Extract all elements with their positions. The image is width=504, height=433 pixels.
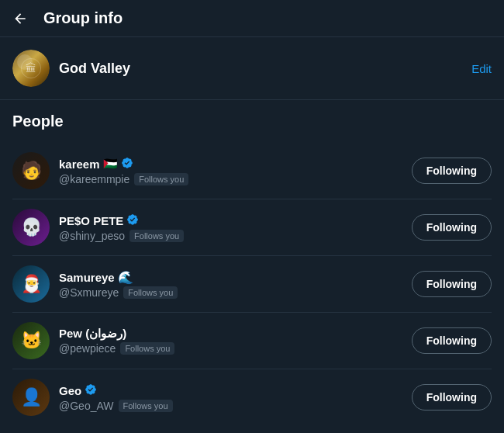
person-info: Samureye 🌊 @Sxmureye Follows you [59,270,402,299]
group-avatar: 🏛 [12,50,50,87]
person-avatar: 💀 [12,209,50,246]
person-handle: @kareemmpie [59,173,129,185]
person-handle: @pewpiece [59,342,116,355]
person-avatar: 🎅 [12,265,50,303]
person-handle-row: @Geo_AW Follows you [59,400,402,412]
person-handle-row: @pewpiece Follows you [59,342,402,355]
follows-you-badge: Follows you [123,286,178,299]
person-handle: @Geo_AW [59,400,114,412]
follows-you-badge: Follows you [120,342,174,355]
people-section: People [0,100,504,143]
person-name: PE$O PETE [59,214,123,227]
flag-emoji: 🇵🇸 [103,157,118,171]
name-emoji: 🌊 [118,270,133,285]
person-info: PE$O PETE @shiny_peso Follows you [59,213,402,242]
person-avatar: 🐱 [12,322,50,359]
follows-you-badge: Follows you [134,173,188,185]
following-button[interactable]: Following [412,158,492,184]
person-name: Pew (رضوان) [59,327,126,341]
verified-icon [121,157,133,171]
person-name-row: Geo [59,383,402,398]
person-name: Samureye [59,271,115,284]
following-button[interactable]: Following [412,214,492,241]
person-handle-row: @kareemmpie Follows you [59,173,402,185]
person-handle: @shiny_peso [59,230,125,242]
people-label: People [12,113,492,130]
person-info: Pew (رضوان) @pewpiece Follows you [59,327,402,355]
following-button[interactable]: Following [412,271,492,297]
following-button[interactable]: Following [412,327,492,354]
people-list: 🧑 kareem 🇵🇸 @kareemmpie Follows you Foll… [0,143,504,425]
person-info: Geo @Geo_AW Follows you [59,383,402,412]
group-name: God Valley [59,61,130,77]
list-item: 🧑 kareem 🇵🇸 @kareemmpie Follows you Foll… [0,143,504,199]
person-handle: @Sxmureye [59,286,119,299]
person-name-row: kareem 🇵🇸 [59,157,402,171]
group-info-row: 🏛 God Valley Edit [0,37,504,100]
list-item: 🐱 Pew (رضوان) @pewpiece Follows you Foll… [0,313,504,369]
list-item: 💀 PE$O PETE @shiny_peso Follows you Foll… [0,199,504,255]
svg-text:🏛: 🏛 [26,62,36,74]
follows-you-badge: Follows you [129,230,184,242]
list-item: 👤 Geo @Geo_AW Follows you Following [0,369,504,425]
person-avatar: 👤 [12,379,50,416]
person-name: Geo [59,384,81,397]
verified-icon [126,213,139,228]
edit-button[interactable]: Edit [471,62,492,75]
verified-icon [85,383,97,398]
person-handle-row: @Sxmureye Follows you [59,286,402,299]
person-name-row: Samureye 🌊 [59,270,402,285]
person-name: kareem [59,158,100,171]
header: Group info [0,0,504,37]
following-button[interactable]: Following [412,384,492,410]
person-avatar: 🧑 [12,152,50,189]
person-handle-row: @shiny_peso Follows you [59,230,402,242]
list-item: 🎅 Samureye 🌊 @Sxmureye Follows you Follo… [0,256,504,312]
follows-you-badge: Follows you [119,400,173,412]
page-title: Group info [43,9,123,27]
person-name-row: Pew (رضوان) [59,327,402,341]
back-button[interactable] [12,11,28,26]
person-info: kareem 🇵🇸 @kareemmpie Follows you [59,157,402,185]
person-name-row: PE$O PETE [59,213,402,228]
